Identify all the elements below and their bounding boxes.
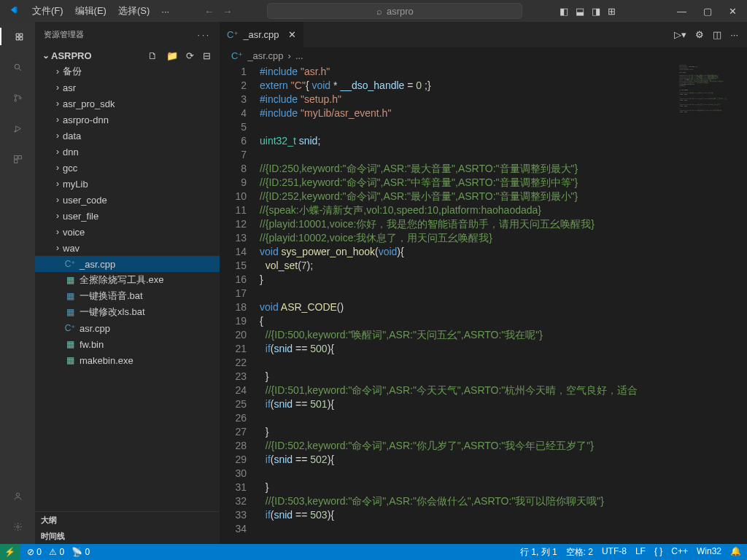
- tree-folder[interactable]: user_code: [35, 192, 220, 208]
- sidebar-title: 资源管理器: [44, 29, 84, 40]
- tree-file[interactable]: ▦fw.bin: [35, 336, 220, 352]
- search-icon: ⌕: [376, 6, 382, 17]
- menu-edit[interactable]: 编辑(E): [69, 1, 112, 20]
- svg-rect-7: [14, 160, 17, 163]
- svg-point-1: [14, 94, 16, 96]
- tree-file[interactable]: ▦全擦除烧写工具.exe: [35, 272, 220, 288]
- tree-file[interactable]: C⁺asr.cpp: [35, 320, 220, 336]
- extensions-icon[interactable]: [9, 150, 26, 168]
- status-bell-icon[interactable]: 🔔: [730, 546, 741, 559]
- run-debug-icon[interactable]: [9, 120, 26, 137]
- tab-bar: C⁺ _asr.cpp ✕ ▷▾ ⚙ ◫ ···: [220, 22, 747, 47]
- sidebar-header: 资源管理器 ···: [35, 22, 220, 47]
- svg-point-9: [16, 525, 18, 527]
- nav-forward-icon[interactable]: →: [222, 6, 232, 17]
- command-center[interactable]: ⌕ asrpro: [267, 3, 522, 19]
- search-text: asrpro: [387, 6, 414, 17]
- settings-gear-icon[interactable]: [9, 518, 26, 535]
- tree-folder[interactable]: user_file: [35, 208, 220, 224]
- status-language[interactable]: C++: [671, 546, 688, 559]
- svg-rect-6: [18, 155, 21, 158]
- cpp-file-icon: C⁺: [231, 50, 243, 61]
- status-platform[interactable]: Win32: [697, 546, 721, 559]
- menu-file[interactable]: 文件(F): [26, 1, 69, 20]
- root-folder-label: ASRPRO: [51, 50, 92, 61]
- tree-folder[interactable]: dnn: [35, 144, 220, 160]
- svg-point-4: [14, 131, 15, 132]
- sidebar: 资源管理器 ··· ASRPRO 🗋 📁 ⟳ ⊟ 备份asrasr_pro_sd…: [35, 22, 220, 544]
- tree-file[interactable]: ▦makebin.exe: [35, 352, 220, 368]
- tree-folder[interactable]: gcc: [35, 160, 220, 176]
- editor-settings-icon[interactable]: ⚙: [695, 29, 704, 40]
- tree-folder[interactable]: asr_pro_sdk: [35, 96, 220, 112]
- source-control-icon[interactable]: [9, 89, 26, 106]
- line-numbers: 1234567891011121314151617181920212223242…: [220, 63, 260, 544]
- editor-more-icon[interactable]: ···: [730, 29, 738, 40]
- layout-customize-icon[interactable]: ⊞: [606, 4, 617, 18]
- status-eol[interactable]: LF: [635, 546, 646, 559]
- window-maximize-icon[interactable]: ▢: [696, 1, 719, 21]
- nav-back-icon[interactable]: ←: [204, 6, 214, 17]
- menu-selection[interactable]: 选择(S): [112, 1, 155, 20]
- tree-folder[interactable]: data: [35, 128, 220, 144]
- activity-bar: [0, 22, 35, 544]
- explorer-icon[interactable]: [0, 28, 35, 45]
- tab-asr-cpp[interactable]: C⁺ _asr.cpp ✕: [220, 22, 304, 47]
- titlebar: 文件(F) 编辑(E) 选择(S) ··· ← → ⌕ asrpro ◧ ⬓ ◨…: [0, 0, 747, 22]
- svg-point-2: [14, 99, 16, 101]
- status-bar: ⚡ ⊘ 0 ⚠ 0 📡 0 行 1, 列 1 空格: 2 UTF-8 LF { …: [0, 544, 747, 560]
- timeline-section[interactable]: 时间线: [35, 528, 220, 544]
- layout-sidebar-right-icon[interactable]: ◨: [590, 4, 602, 18]
- layout-panel-icon[interactable]: ⬓: [574, 4, 586, 18]
- breadcrumb[interactable]: C⁺ _asr.cpp › ...: [220, 47, 747, 63]
- remote-indicator[interactable]: ⚡: [0, 544, 20, 560]
- status-lang-brace[interactable]: { }: [654, 546, 662, 559]
- vscode-icon: [9, 5, 20, 17]
- tree-folder[interactable]: asr: [35, 79, 220, 96]
- tree-folder[interactable]: voice: [35, 224, 220, 240]
- tab-close-icon[interactable]: ✕: [288, 29, 296, 40]
- search-activity-icon[interactable]: [9, 58, 26, 76]
- minimap[interactable]: #include "asr.h"extern "C"{ void * __dso…: [678, 63, 747, 195]
- svg-point-3: [19, 97, 21, 99]
- status-port[interactable]: 📡 0: [71, 547, 90, 557]
- status-errors[interactable]: ⊘ 0: [27, 547, 42, 557]
- tree-folder[interactable]: wav: [35, 240, 220, 256]
- layout-sidebar-left-icon[interactable]: ◧: [558, 4, 570, 18]
- editor: C⁺ _asr.cpp ✕ ▷▾ ⚙ ◫ ··· C⁺ _asr.cpp › .…: [220, 22, 747, 544]
- svg-point-0: [15, 64, 20, 69]
- outline-section[interactable]: 大纲: [35, 512, 220, 528]
- tab-label: _asr.cpp: [243, 29, 279, 40]
- status-indent[interactable]: 空格: 2: [566, 546, 593, 559]
- code-editor[interactable]: 1234567891011121314151617181920212223242…: [220, 63, 747, 544]
- window-minimize-icon[interactable]: —: [670, 1, 694, 21]
- tree-file[interactable]: C⁺_asr.cpp: [35, 256, 220, 272]
- tree-file[interactable]: ▦一键修改xls.bat: [35, 304, 220, 320]
- status-encoding[interactable]: UTF-8: [602, 546, 627, 559]
- cpp-file-icon: C⁺: [227, 29, 239, 40]
- tree-root-folder[interactable]: ASRPRO 🗋 📁 ⟳ ⊟: [35, 47, 220, 63]
- run-icon[interactable]: ▷▾: [674, 29, 686, 40]
- status-cursor[interactable]: 行 1, 列 1: [520, 546, 557, 559]
- split-editor-icon[interactable]: ◫: [713, 29, 721, 40]
- svg-rect-5: [14, 155, 17, 158]
- code-content[interactable]: #include "asr.h"extern "C"{ void * __dso…: [260, 63, 747, 544]
- svg-point-8: [16, 493, 19, 496]
- status-warnings[interactable]: ⚠ 0: [49, 547, 64, 557]
- tree-folder[interactable]: 备份: [35, 63, 220, 79]
- menu-more[interactable]: ···: [155, 3, 175, 20]
- sidebar-more-icon[interactable]: ···: [198, 31, 211, 39]
- accounts-icon[interactable]: [9, 487, 26, 505]
- tree-actions[interactable]: 🗋 📁 ⟳ ⊟: [148, 50, 214, 61]
- tree-file[interactable]: ▦一键换语音.bat: [35, 288, 220, 304]
- tree-folder[interactable]: myLib: [35, 176, 220, 192]
- window-close-icon[interactable]: ✕: [721, 1, 744, 21]
- tree-folder[interactable]: asrpro-dnn: [35, 112, 220, 128]
